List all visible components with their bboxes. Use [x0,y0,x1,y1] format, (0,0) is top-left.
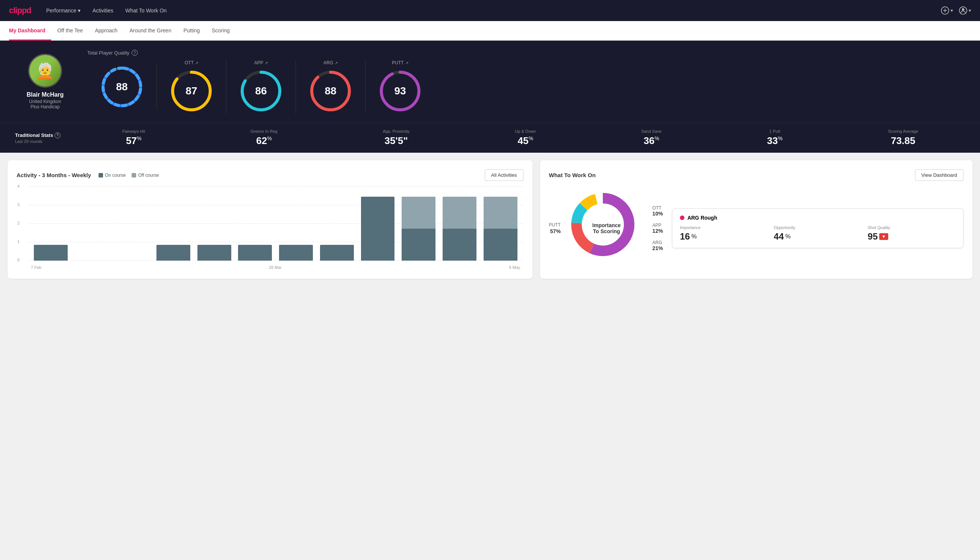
circle-app: 86 [238,68,284,113]
stat-app-proximity: App. Proximity 35'5" [383,129,409,147]
stat-items: Fairways Hit 57% Greens In Reg 62% App. … [76,129,965,147]
stat-1-putt: 1 Putt 33% [767,129,782,147]
all-activities-button[interactable]: All Activities [485,169,524,181]
tab-around-the-green[interactable]: Around the Green [123,21,177,41]
nav-right: ▾ ▾ [941,7,971,15]
tpq-value: 88 [116,81,128,93]
logo: clippd [9,6,31,15]
activity-panel-header: Activity - 3 Months - Weekly On course O… [17,169,524,181]
putt-segment-pct: 57% [549,228,561,234]
activity-legend: On course Off course [98,173,159,178]
donut-right-labels: OTT 10% APP 12% ARG 21% [652,205,663,251]
putt-label: PUTT ↗ [392,60,408,65]
legend-off-course: Off course [131,173,159,178]
shot-quality-metric: Shot Quality 95 ▼ [868,225,955,242]
importance-metric: Importance 16 % [680,225,768,242]
scores-section: Total Player Quality ? 88 [87,50,965,113]
bar-on-6 [279,245,313,261]
hero-section: 🧑‍🦳 Blair McHarg United Kingdom Plus Han… [0,41,980,123]
bar-group-5 [235,245,275,261]
circle-putt: 93 [378,68,423,113]
circle-arg: 88 [308,68,353,113]
player-handicap: Plus Handicap [30,104,60,110]
bar-group-11 [481,197,521,261]
bar-on-5 [238,245,272,261]
arg-rough-metrics: Importance 16 % Opportunity 44 % [680,225,955,242]
bottom-panels: Activity - 3 Months - Weekly On course O… [0,153,980,286]
wtwon-panel-header: What To Work On View Dashboard [549,169,964,181]
player-name: Blair McHarg [27,92,64,98]
wtwon-content: PUTT 57% [549,187,964,270]
ott-donut-label: OTT 10% [652,205,663,217]
tab-scoring[interactable]: Scoring [206,21,235,41]
bar-group-2 [112,260,152,261]
trad-stats-label: Traditional Stats ? Last 20 rounds [15,132,60,144]
stat-sand-save: Sand Save 36% [641,129,662,147]
svg-point-4 [962,8,964,10]
trad-help-icon[interactable]: ? [55,132,60,138]
nav-performance[interactable]: Performance ▾ [46,8,80,13]
help-icon[interactable]: ? [131,50,138,56]
player-section: 🧑‍🦳 Blair McHarg United Kingdom Plus Han… [15,54,75,110]
nav-links: Performance ▾ Activities What To Work On [46,8,941,13]
circle-ott: 87 [169,68,214,113]
arg-label: ARG ↗ [323,60,338,65]
tab-my-dashboard[interactable]: My Dashboard [9,21,51,41]
score-cards: 88 OTT ↗ 87 [87,60,965,113]
bar-group-8 [358,197,398,261]
tab-off-the-tee[interactable]: Off the Tee [51,21,89,41]
trad-stats-subtitle: Last 20 rounds [15,139,60,144]
traditional-stats: Traditional Stats ? Last 20 rounds Fairw… [0,123,980,153]
bar-chart: 4 3 2 1 0 7 Feb 28 Mar 9 May [17,187,524,270]
score-card-app: APP ↗ 86 [226,60,296,113]
tab-putting[interactable]: Putting [178,21,206,41]
view-dashboard-button[interactable]: View Dashboard [915,169,963,181]
nav-performance-arrow: ▾ [78,8,80,13]
app-value: 86 [255,85,266,97]
score-card-arg: ARG ↗ 88 [296,60,366,113]
arg-donut-label: ARG 21% [652,240,663,251]
x-axis-labels: 7 Feb 28 Mar 9 May [28,265,524,270]
total-quality-label: Total Player Quality ? [87,50,965,56]
tab-approach[interactable]: Approach [89,21,123,41]
bar-group-7 [317,245,357,261]
bar-group-4 [195,245,234,261]
user-arrow: ▾ [969,8,971,13]
donut-left-labels: PUTT 57% [549,222,561,234]
ott-label: OTT ↗ [185,60,198,65]
putt-segment-label: PUTT [549,222,561,228]
legend-on-course: On course [98,173,126,178]
top-nav: clippd Performance ▾ Activities What To … [0,0,980,21]
avatar: 🧑‍🦳 [28,54,62,88]
donut-chart: Importance To Scoring [565,187,648,270]
bar-on-9 [402,229,436,261]
activity-panel-title: Activity - 3 Months - Weekly [17,172,91,178]
add-button[interactable]: ▾ [941,7,953,15]
svg-point-20 [582,204,624,245]
donut-wrapper: PUTT 57% [549,187,663,270]
bar-group-3 [153,245,193,261]
user-button[interactable]: ▾ [959,7,971,15]
stat-up-and-down: Up & Down 45% [515,129,536,147]
wtwon-panel: What To Work On View Dashboard PUTT 57% [540,160,973,279]
activity-panel: Activity - 3 Months - Weekly On course O… [8,160,532,279]
nav-activities-label: Activities [93,8,113,13]
legend-off-course-dot [131,173,136,178]
bar-off-9 [402,197,436,229]
pink-indicator [680,215,684,220]
player-country: United Kingdom [29,99,61,104]
nav-performance-label: Performance [46,8,77,13]
opportunity-metric: Opportunity 44 % [774,225,862,242]
stat-fairways-hit: Fairways Hit 57% [122,129,145,147]
bar-on-10 [443,229,476,261]
nav-activities[interactable]: Activities [93,8,113,13]
app-label: APP ↗ [254,60,268,65]
bars-container [28,187,524,261]
bar-on-4 [198,245,231,261]
arg-rough-title: ARG Rough [680,215,955,221]
arg-rough-card: ARG Rough Importance 16 % Opportunity 44 [672,208,963,248]
legend-on-course-dot [98,173,103,178]
nav-what-to-work-on[interactable]: What To Work On [125,8,166,13]
score-card-putt: PUTT ↗ 93 [366,60,435,113]
bar-group-0 [31,245,71,261]
